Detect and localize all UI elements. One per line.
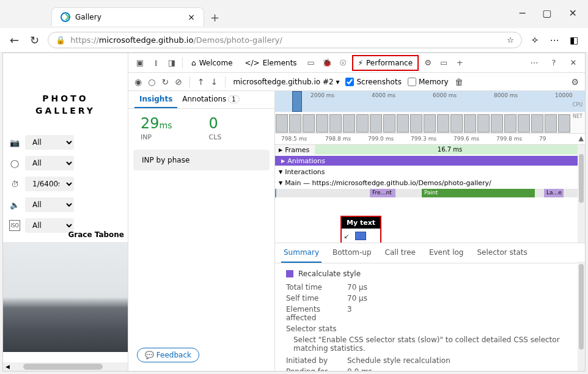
audio-icon: 🔈 xyxy=(9,199,20,210)
home-icon: ⌂ xyxy=(191,59,196,67)
favorite-icon[interactable]: ☆ xyxy=(507,35,514,45)
browser-tab-title: Gallery xyxy=(75,13,183,21)
tooltip-text: My text xyxy=(342,217,380,229)
browser-tab[interactable]: Gallery × xyxy=(51,7,204,26)
split-screen-icon[interactable]: ◧ xyxy=(567,35,581,46)
tab-selector-stats[interactable]: Selector stats xyxy=(474,243,529,263)
horizontal-scrollbar[interactable]: ◀ xyxy=(3,362,128,371)
event-color-icon xyxy=(286,270,293,277)
target-selector[interactable]: microsoftedge.github.io #2 ▾ xyxy=(233,78,339,86)
event-bar[interactable]: Paint xyxy=(422,189,535,197)
help-icon[interactable]: ? xyxy=(547,58,560,67)
timeline-panel: 2000 ms 4000 ms 6000 ms 8000 ms 10000 CP… xyxy=(275,91,585,371)
gear-boxed-icon[interactable]: ⚙ xyxy=(421,58,435,67)
devtools-panel: ▣ ⫿ ◨ ⌂Welcome </>Elements ▭ 🐞 ⦾ ⚡Perfor… xyxy=(128,53,585,371)
aperture-filter[interactable]: All xyxy=(25,156,74,170)
memory-checkbox[interactable]: Memory xyxy=(408,78,449,86)
detail-ruler: 798.5 ms 798.8 ms 799.0 ms 799.3 ms 799.… xyxy=(275,134,585,145)
performance-icon: ⚡ xyxy=(358,59,363,67)
new-tab-button[interactable]: + xyxy=(210,11,219,24)
tab-summary[interactable]: Summary xyxy=(281,243,322,263)
cls-metric: 0 CLS xyxy=(208,115,221,141)
edge-favicon-icon xyxy=(61,12,70,22)
site-title: PHOTO GALLERY xyxy=(3,93,128,117)
settings-gear-icon[interactable]: ⚙ xyxy=(571,77,579,87)
refresh-button[interactable]: ↻ xyxy=(28,31,42,49)
inspect-icon[interactable]: ▣ xyxy=(133,58,147,67)
tab-annotations[interactable]: Annotations1 xyxy=(177,91,244,108)
camera-icon: 📷 xyxy=(9,137,20,148)
interactions-track[interactable]: ▼Interactions xyxy=(275,167,329,177)
screenshots-checkbox[interactable]: Screenshots xyxy=(345,78,401,86)
window-icon[interactable]: ▭ xyxy=(437,58,450,67)
author-name: Grace Tabone xyxy=(68,230,124,239)
iso-filter[interactable]: All xyxy=(25,218,74,233)
page-content: PHOTO GALLERY 📷All ◯All ⏱1/6400s 🔈All IS… xyxy=(3,53,128,371)
performance-toolbar: ◉ ○ ↻ ⊘ ↑ ↓ microsoftedge.github.io #2 ▾… xyxy=(128,73,585,91)
back-button[interactable]: ← xyxy=(7,31,21,49)
frames-track[interactable]: ▶Frames xyxy=(275,145,313,155)
clear-icon[interactable]: ⊘ xyxy=(175,77,182,87)
tab-welcome[interactable]: ⌂Welcome xyxy=(186,56,238,70)
event-bar[interactable]: La…e xyxy=(544,189,564,197)
window-close[interactable]: ✕ xyxy=(569,7,577,19)
menu-icon[interactable]: ⋯ xyxy=(548,35,561,46)
url-text: https://microsoftedge.github.io/Demos/ph… xyxy=(70,35,282,45)
shutter-filter[interactable]: 1/6400s xyxy=(25,177,74,191)
main-track[interactable]: ▼Main — https://microsoftedge.github.io/… xyxy=(275,178,495,188)
reload-icon[interactable]: ↻ xyxy=(161,77,169,87)
selected-event-name: Recalculate style xyxy=(286,270,574,278)
frame-bar[interactable]: 16.7 ms xyxy=(315,145,585,155)
window-minimize[interactable]: ─ xyxy=(520,7,526,19)
event-bar[interactable]: Fre…nt xyxy=(370,189,395,197)
bug-icon[interactable]: 🐞 xyxy=(320,58,334,67)
tab-insights[interactable]: Insights xyxy=(134,91,177,108)
inp-metric: 29ms INP xyxy=(141,115,172,141)
timeline-overview[interactable]: 2000 ms 4000 ms 6000 ms 8000 ms 10000 CP… xyxy=(275,91,585,134)
details-panel: Summary Bottom-up Call tree Event log Se… xyxy=(275,243,585,371)
close-devtools-icon[interactable]: ✕ xyxy=(567,58,580,67)
window-maximize[interactable]: ▢ xyxy=(542,7,551,19)
annotation-tooltip[interactable]: My text ↙ xyxy=(340,216,381,243)
tab-bottomup[interactable]: Bottom-up xyxy=(330,243,374,263)
selector-stats-msg: Select "Enable CSS selector stats (slow)… xyxy=(293,336,574,353)
filmstrip xyxy=(275,114,585,133)
tab-performance[interactable]: ⚡Performance xyxy=(352,55,419,71)
device-icon[interactable]: ⫿ xyxy=(149,58,163,67)
tab-calltree[interactable]: Call tree xyxy=(383,243,418,263)
add-tab-icon[interactable]: + xyxy=(453,58,466,67)
flame-chart[interactable]: ▶Frames 16.7 ms ▶Animations ▼Interaction… xyxy=(275,145,585,243)
shutter-icon: ⏱ xyxy=(9,178,20,189)
feedback-button[interactable]: 💬 Feedback xyxy=(137,348,199,362)
devtools-tab-bar: ▣ ⫿ ◨ ⌂Welcome </>Elements ▭ 🐞 ⦾ ⚡Perfor… xyxy=(128,53,585,73)
camera-filter[interactable]: All xyxy=(25,135,74,150)
record-icon[interactable]: ◉ xyxy=(134,77,142,87)
trash-icon[interactable]: 🗑 xyxy=(455,77,463,87)
panel-icon[interactable]: ◨ xyxy=(165,58,178,67)
wifi-icon[interactable]: ⦾ xyxy=(336,58,350,68)
address-bar[interactable]: 🔒 https://microsoftedge.github.io/Demos/… xyxy=(48,32,522,48)
event-swatch-icon xyxy=(355,232,366,240)
animations-track[interactable]: ▶Animations xyxy=(277,156,329,166)
download-icon[interactable]: ↓ xyxy=(211,77,218,87)
tab-elements[interactable]: </>Elements xyxy=(240,56,302,70)
record-circle-icon[interactable]: ○ xyxy=(148,77,155,87)
insights-panel: Insights Annotations1 29ms INP 0 CLS INP… xyxy=(128,91,275,371)
lock-icon: 🔒 xyxy=(56,35,65,45)
gallery-photo xyxy=(3,242,128,352)
tab-eventlog[interactable]: Event log xyxy=(427,243,466,263)
more-icon[interactable]: ⋯ xyxy=(527,58,541,67)
console-icon[interactable]: ▭ xyxy=(304,58,318,67)
tab-close-icon[interactable]: × xyxy=(188,12,195,22)
aperture-icon: ◯ xyxy=(9,158,20,169)
upload-icon[interactable]: ↑ xyxy=(197,77,205,87)
code-icon: </> xyxy=(245,59,260,67)
vertical-scrollbar[interactable] xyxy=(578,145,585,243)
extensions-icon[interactable]: ✧ xyxy=(528,35,542,46)
iso-icon: ISO xyxy=(9,220,20,231)
audio-filter[interactable]: All xyxy=(25,197,74,212)
details-scrollbar[interactable] xyxy=(578,262,585,371)
inp-by-phase[interactable]: INP by phase xyxy=(133,150,270,170)
